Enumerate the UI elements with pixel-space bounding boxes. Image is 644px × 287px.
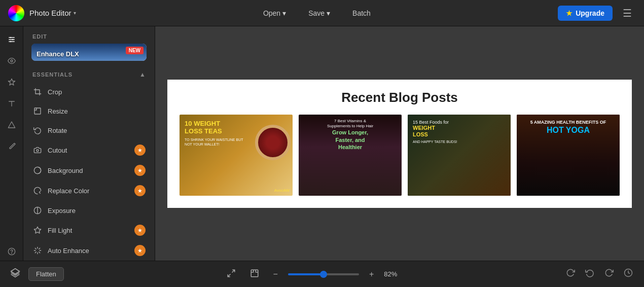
zoom-slider[interactable] xyxy=(288,273,359,275)
essentials-chevron-icon[interactable]: ▲ xyxy=(139,71,146,78)
replace-color-icon xyxy=(32,186,43,196)
svg-line-21 xyxy=(35,248,36,249)
auto-enhance-label: Auto Enhance xyxy=(48,247,134,255)
open-button[interactable]: Open ▾ xyxy=(258,6,291,20)
background-premium-badge: ★ xyxy=(134,165,146,176)
enhance-card-label: Enhance DLX xyxy=(37,50,79,58)
auto-enhance-icon xyxy=(32,245,43,256)
rotate-cw-button[interactable] xyxy=(563,266,578,282)
blog-title: Recent Blog Posts xyxy=(180,90,620,105)
cutout-icon xyxy=(32,145,43,155)
svg-line-29 xyxy=(228,274,230,276)
new-badge: NEW xyxy=(126,47,144,54)
resize-icon xyxy=(32,106,43,116)
sidebar-brush-button[interactable] xyxy=(3,137,21,155)
shapes-icon xyxy=(8,121,16,129)
cutout-premium-badge: ★ xyxy=(134,145,146,156)
bottom-bar: Flatten − + 82% xyxy=(0,261,644,287)
icon-sidebar xyxy=(0,26,23,261)
svg-rect-13 xyxy=(34,108,41,114)
exposure-label: Exposure xyxy=(48,207,146,214)
layers-button[interactable] xyxy=(8,266,22,282)
background-label: Background xyxy=(48,167,134,174)
svg-rect-30 xyxy=(251,270,258,277)
redo-button[interactable] xyxy=(601,266,617,282)
menu-item-replace-color[interactable]: Replace Color ★ xyxy=(23,181,155,201)
menu-item-resize[interactable]: Resize xyxy=(23,101,155,121)
menu-button[interactable]: ☰ xyxy=(619,5,636,21)
open-chevron-icon: ▾ xyxy=(282,9,286,17)
essentials-label: ESSENTIALS xyxy=(32,71,73,78)
crop-label: Crop xyxy=(48,88,146,96)
save-label: Save xyxy=(308,9,325,17)
menu-item-crop[interactable]: Crop xyxy=(23,82,155,101)
edit-section-label: EDIT xyxy=(23,26,155,44)
topbar: Photo Editor ▾ Open ▾ Save ▾ Batch ★ Upg… xyxy=(0,0,644,26)
main-content: EDIT Enhance DLX NEW ESSENTIALS ▲ Crop R… xyxy=(0,26,644,261)
sliders-icon xyxy=(8,35,16,44)
blog-post-3: 15 Best Foods for WeightLoss AND HAPPY T… xyxy=(408,115,511,196)
blog-post-4: 5 AMAZING HEALTH BENEFITS OF HOT YOGA xyxy=(517,115,620,196)
zoom-in-icon: + xyxy=(369,270,374,278)
bottom-center: − + 82% xyxy=(70,267,557,282)
fullscreen-button[interactable] xyxy=(246,267,263,282)
svg-marker-10 xyxy=(8,122,15,128)
sidebar-text-button[interactable] xyxy=(3,94,21,113)
blog-4-title: HOT YOGA xyxy=(547,126,590,134)
batch-button[interactable]: Batch xyxy=(347,6,376,20)
svg-line-22 xyxy=(39,252,40,253)
help-icon xyxy=(8,247,16,256)
blog-1-cup-image xyxy=(255,125,291,160)
blog-3-text: 15 Best Foods for WeightLoss AND HAPPY T… xyxy=(413,120,506,144)
topbar-right: ★ Upgrade ☰ xyxy=(558,5,636,21)
rotate-label: Rotate xyxy=(48,127,146,134)
sidebar-sliders-button[interactable] xyxy=(3,30,21,49)
menu-item-background[interactable]: Background ★ xyxy=(23,160,155,181)
svg-point-6 xyxy=(11,60,13,62)
enhance-dlx-card[interactable]: Enhance DLX NEW xyxy=(31,44,147,61)
menu-item-rotate[interactable]: Rotate xyxy=(23,121,155,140)
flatten-label: Flatten xyxy=(36,270,56,278)
save-button[interactable]: Save ▾ xyxy=(303,6,335,20)
blog-2-highlight: Grow Longer,Faster, andHealthier xyxy=(332,129,368,150)
svg-point-4 xyxy=(12,39,13,41)
app-title-text: Photo Editor xyxy=(29,9,71,17)
upgrade-label: Upgrade xyxy=(576,9,604,17)
zoom-out-button[interactable]: − xyxy=(269,268,282,281)
fit-button[interactable] xyxy=(223,267,240,282)
menu-item-exposure[interactable]: Exposure xyxy=(23,201,155,220)
blog-1-title: 10 WeightLoss Teas xyxy=(185,120,252,135)
text-icon xyxy=(8,99,16,107)
sidebar-help-button[interactable] xyxy=(3,242,21,261)
zoom-in-button[interactable]: + xyxy=(365,268,378,281)
resize-label: Resize xyxy=(48,107,146,115)
sidebar-eye-button[interactable] xyxy=(3,52,21,70)
blog-post-1: 10 WeightLoss Teas TO SHRINK YOUR WAISTL… xyxy=(180,115,293,196)
undo-icon xyxy=(585,268,594,277)
upgrade-button[interactable]: ★ Upgrade xyxy=(558,6,613,21)
bottom-right xyxy=(563,266,636,282)
blog-1-brand: AvocAW xyxy=(274,188,290,193)
redo-icon xyxy=(604,268,614,277)
sidebar-shapes-button[interactable] xyxy=(3,116,21,134)
fullscreen-icon xyxy=(250,269,259,278)
left-panel: EDIT Enhance DLX NEW ESSENTIALS ▲ Crop R… xyxy=(23,26,155,261)
svg-point-5 xyxy=(10,41,11,43)
blog-2-text: 7 Best Vitamins &Supplements to Help Hai… xyxy=(303,119,398,151)
canvas-content: Recent Blog Posts 10 WeightLoss Teas TO … xyxy=(167,80,632,208)
rotate-icon xyxy=(32,125,43,135)
menu-item-cutout[interactable]: Cutout ★ xyxy=(23,140,155,160)
blog-3-title: WeightLoss xyxy=(413,125,506,138)
history-button[interactable] xyxy=(621,266,636,282)
menu-item-auto-enhance[interactable]: Auto Enhance ★ xyxy=(23,240,155,261)
svg-line-28 xyxy=(232,270,234,272)
blog-post-2: 7 Best Vitamins &Supplements to Help Hai… xyxy=(299,115,402,196)
menu-item-fill-light[interactable]: Fill Light ★ xyxy=(23,220,155,240)
flatten-button[interactable]: Flatten xyxy=(28,267,64,281)
sidebar-star-button[interactable] xyxy=(3,73,21,91)
undo-button[interactable] xyxy=(582,266,597,282)
fill-light-icon xyxy=(32,225,43,235)
app-title: Photo Editor ▾ xyxy=(29,9,76,17)
clock-icon xyxy=(624,268,633,277)
exposure-icon xyxy=(32,205,43,216)
